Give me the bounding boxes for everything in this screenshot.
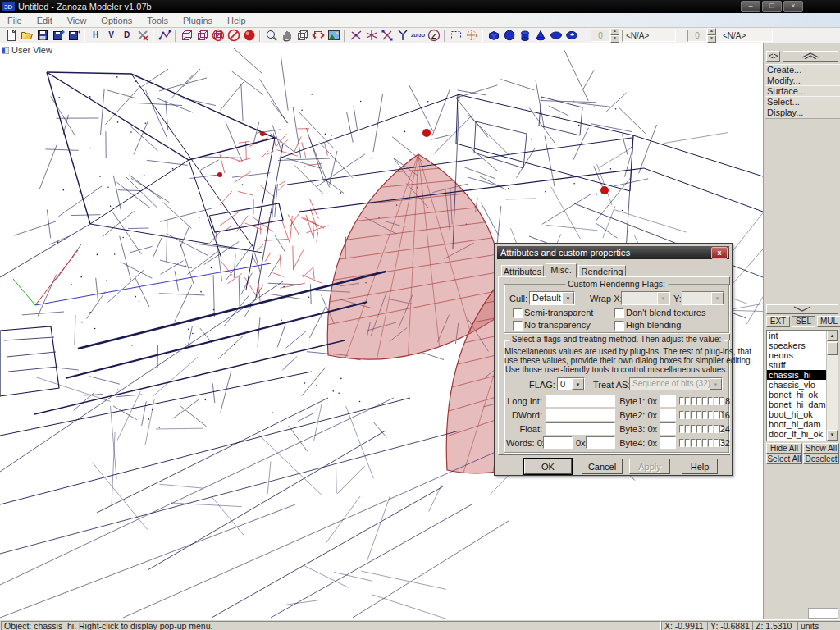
- bit-checkbox[interactable]: [685, 411, 690, 419]
- prim-cylinder-icon[interactable]: [517, 29, 532, 43]
- dialog-title-bar[interactable]: Attributes and custom properties: [497, 246, 729, 259]
- spinner-na-field[interactable]: <N/A>: [622, 30, 676, 42]
- minimize-button[interactable]: –: [741, 1, 760, 12]
- select-rect-icon[interactable]: [448, 29, 463, 43]
- cancel-button[interactable]: Cancel: [582, 459, 623, 474]
- list-item-bonet_hi_dam[interactable]: bonet_hi_dam: [767, 399, 828, 409]
- move-tool-icon[interactable]: [348, 29, 363, 43]
- spinner-value-field[interactable]: 0: [591, 30, 610, 42]
- list-item-neons[interactable]: neons: [767, 350, 828, 360]
- no-draw-icon[interactable]: [226, 29, 241, 43]
- bit-checkbox[interactable]: [714, 425, 719, 433]
- import-icon[interactable]: [50, 29, 66, 43]
- help-button[interactable]: Help: [682, 459, 718, 474]
- mirror-tool-icon[interactable]: [395, 29, 410, 43]
- export-icon[interactable]: [66, 29, 81, 43]
- spinner-value-field[interactable]: 0: [687, 30, 707, 42]
- list-item-int[interactable]: int: [767, 331, 828, 340]
- d-toggle-button[interactable]: D: [119, 29, 135, 43]
- bit-checkbox[interactable]: [702, 439, 707, 447]
- bit-checkbox[interactable]: [691, 411, 696, 419]
- checkbox-semi-transparent[interactable]: [513, 308, 523, 318]
- wire-box-icon[interactable]: [179, 29, 194, 43]
- objects-collapse-button[interactable]: [766, 304, 838, 314]
- combo-arrow-icon[interactable]: ▼: [562, 292, 574, 304]
- list-item-stuff[interactable]: stuff: [767, 360, 828, 370]
- spinner-na-field[interactable]: <N/A>: [719, 30, 773, 42]
- bit-checkbox[interactable]: [685, 439, 690, 447]
- mode-button-mul[interactable]: MUL: [817, 316, 840, 327]
- solid-box-icon[interactable]: [194, 29, 210, 43]
- dword-field[interactable]: [546, 409, 615, 421]
- new-file-icon[interactable]: [3, 29, 19, 43]
- hide-all-button[interactable]: Hide All: [766, 443, 802, 454]
- bit-checkbox[interactable]: [708, 439, 713, 447]
- rollup-display[interactable]: Display...: [765, 107, 840, 119]
- bit-checkbox[interactable]: [696, 397, 701, 405]
- deselect-button[interactable]: Deselect: [803, 454, 839, 464]
- ok-button[interactable]: OK: [524, 459, 572, 474]
- byte-hex-field[interactable]: [660, 395, 676, 407]
- menu-edit[interactable]: Edit: [30, 16, 60, 25]
- list-item-bonet_hi_ok[interactable]: bonet_hi_ok: [767, 390, 828, 399]
- prim-ellipsoid-icon[interactable]: [548, 29, 564, 43]
- scale-tool-icon[interactable]: [379, 29, 395, 43]
- long-int-field[interactable]: [546, 395, 615, 407]
- list-item-boot_hi_dam[interactable]: boot_hi_dam: [767, 419, 828, 429]
- prim-cube-icon[interactable]: [486, 29, 501, 43]
- render-sphere-icon[interactable]: [241, 29, 257, 43]
- bit-checkbox[interactable]: [679, 439, 684, 447]
- mode-button-ext[interactable]: EXT: [766, 316, 790, 327]
- pan-tool-icon[interactable]: [279, 29, 294, 43]
- background-image-icon[interactable]: [326, 29, 341, 43]
- h-toggle-button[interactable]: H: [88, 29, 103, 43]
- bit-checkbox[interactable]: [702, 411, 707, 419]
- texture-cube-icon[interactable]: [310, 29, 326, 43]
- bit-checkbox[interactable]: [708, 397, 713, 405]
- prim-torus-icon[interactable]: [564, 29, 579, 43]
- spinner-down-icon[interactable]: ▼: [610, 35, 619, 43]
- object-list[interactable]: intspeakersneonsstuffchassis_hichassis_v…: [766, 330, 838, 441]
- mode-button-sel[interactable]: SEL: [792, 316, 815, 327]
- menu-help[interactable]: Help: [220, 16, 253, 25]
- hide-vertices-icon[interactable]: [135, 29, 150, 43]
- bit-checkbox[interactable]: [691, 439, 696, 447]
- bit-checkbox[interactable]: [708, 411, 713, 419]
- float-field[interactable]: [546, 422, 615, 435]
- polyline-tool-icon[interactable]: [157, 29, 172, 43]
- spinner-up-icon[interactable]: ▲: [610, 28, 619, 35]
- select-circle-icon[interactable]: [463, 29, 479, 43]
- list-item-speakers[interactable]: speakers: [767, 340, 828, 350]
- bit-checkbox[interactable]: [696, 439, 701, 447]
- checkbox-don-t-blend-textures[interactable]: [614, 308, 624, 318]
- bit-checkbox[interactable]: [685, 425, 690, 433]
- dialog-close-icon[interactable]: x: [711, 247, 728, 259]
- tab-attributes[interactable]: Attributes: [501, 265, 544, 277]
- rollup-collapse-button[interactable]: [783, 51, 838, 62]
- bit-checkbox[interactable]: [679, 425, 684, 433]
- v-toggle-button[interactable]: V: [103, 29, 119, 43]
- list-item-chassis_vlo[interactable]: chassis_vlo: [767, 380, 828, 390]
- checkbox-high-blending[interactable]: [614, 321, 624, 331]
- list-item-door_lf_hi_ok[interactable]: door_lf_hi_ok: [767, 429, 828, 439]
- bit-checkbox[interactable]: [679, 397, 684, 405]
- bit-checkbox[interactable]: [691, 425, 696, 433]
- bit-checkbox[interactable]: [708, 425, 713, 433]
- menu-file[interactable]: File: [0, 16, 30, 25]
- restore-button[interactable]: □: [762, 1, 782, 12]
- rotate-tool-icon[interactable]: [363, 29, 379, 43]
- bit-checkbox[interactable]: [702, 397, 707, 405]
- flag-combobox[interactable]: 0▼: [557, 377, 585, 390]
- zoom-tool-icon[interactable]: [263, 29, 279, 43]
- checkbox-no-transparency[interactable]: [513, 321, 523, 331]
- cull-combobox[interactable]: Default▼: [529, 291, 575, 305]
- byte-hex-field[interactable]: [660, 422, 676, 435]
- bit-checkbox[interactable]: [679, 411, 684, 419]
- bit-checkbox[interactable]: [714, 397, 719, 405]
- bit-checkbox[interactable]: [691, 397, 696, 405]
- scroll-down-icon[interactable]: ▼: [827, 430, 838, 441]
- bit-checkbox[interactable]: [685, 397, 690, 405]
- mode-2d3d-icon[interactable]: 2D/3D: [410, 29, 426, 43]
- tab-rendering[interactable]: Rendering: [578, 265, 626, 277]
- words-high-field[interactable]: [586, 436, 615, 449]
